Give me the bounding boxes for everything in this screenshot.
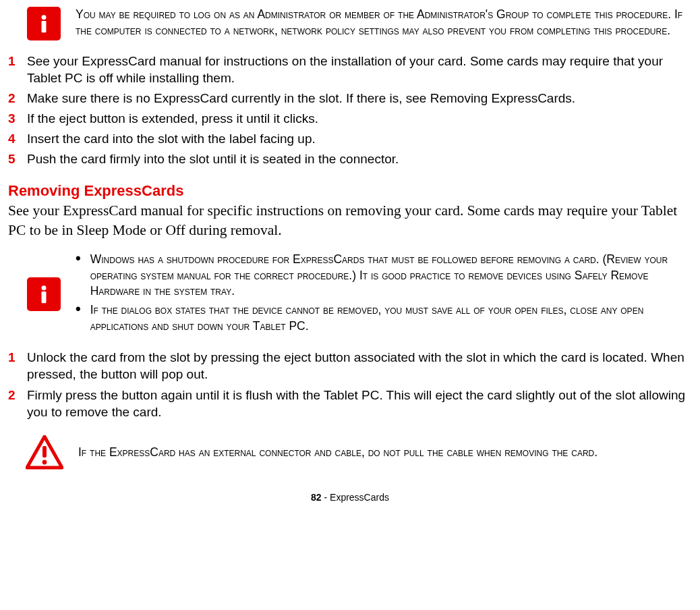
section-heading: Removing ExpressCards <box>8 182 692 200</box>
bullet-text: Windows has a shutdown procedure for Exp… <box>90 252 692 300</box>
step-item: 2Make sure there is no ExpressCard curre… <box>8 90 692 107</box>
svg-point-5 <box>42 460 47 464</box>
svg-rect-3 <box>42 292 47 303</box>
svg-point-0 <box>42 15 47 20</box>
callout-bullet-item: •Windows has a shutdown procedure for Ex… <box>76 252 692 300</box>
step-text: Make sure there is no ExpressCard curren… <box>27 90 575 107</box>
warning-icon <box>26 435 63 470</box>
callout-text: If the ExpressCard has an external conne… <box>78 445 692 461</box>
install-steps: 1See your ExpressCard manual for instruc… <box>8 53 692 167</box>
page-title: - ExpressCards <box>322 492 389 503</box>
info-icon <box>27 7 61 40</box>
step-text: Firmly press the button again until it i… <box>27 387 692 420</box>
svg-rect-4 <box>42 446 47 458</box>
step-item: 3If the eject button is extended, press … <box>8 110 692 127</box>
info-callout-admin: You may be required to log on as an Admi… <box>8 7 692 40</box>
callout-bullets: •Windows has a shutdown procedure for Ex… <box>76 252 692 337</box>
bullet-dot-icon: • <box>76 252 81 300</box>
callout-bullet-item: •If the dialog box states that the devic… <box>76 302 692 334</box>
step-text: Unlock the card from the slot by pressin… <box>27 349 692 383</box>
step-item: 4Insert the card into the slot with the … <box>8 130 692 147</box>
svg-rect-1 <box>42 21 47 32</box>
step-item: 1See your ExpressCard manual for instruc… <box>8 53 692 86</box>
info-callout-removal: •Windows has a shutdown procedure for Ex… <box>8 252 692 337</box>
bullet-dot-icon: • <box>76 302 81 334</box>
step-number: 4 <box>8 130 20 147</box>
step-number: 3 <box>8 110 20 127</box>
callout-text: You may be required to log on as an Admi… <box>76 7 692 38</box>
step-item: 2Firmly press the button again until it … <box>8 387 692 420</box>
step-number: 1 <box>8 349 20 383</box>
remove-steps: 1Unlock the card from the slot by pressi… <box>8 349 692 420</box>
step-text: Insert the card into the slot with the l… <box>27 130 316 147</box>
step-text: See your ExpressCard manual for instruct… <box>27 53 692 86</box>
step-number: 2 <box>8 387 20 420</box>
bullet-text: If the dialog box states that the device… <box>90 302 692 334</box>
step-text: Push the card firmly into the slot until… <box>27 150 399 167</box>
svg-point-2 <box>42 285 47 290</box>
info-icon <box>27 277 61 311</box>
warning-callout: If the ExpressCard has an external conne… <box>8 435 692 470</box>
section-intro: See your ExpressCard manual for specific… <box>8 201 692 240</box>
step-item: 5Push the card firmly into the slot unti… <box>8 150 692 167</box>
step-text: If the eject button is extended, press i… <box>27 110 318 127</box>
step-number: 1 <box>8 53 20 86</box>
step-item: 1Unlock the card from the slot by pressi… <box>8 349 692 383</box>
page-footer: 82 - ExpressCards <box>8 492 692 503</box>
page-number: 82 <box>311 492 322 503</box>
step-number: 5 <box>8 150 20 167</box>
step-number: 2 <box>8 90 20 107</box>
